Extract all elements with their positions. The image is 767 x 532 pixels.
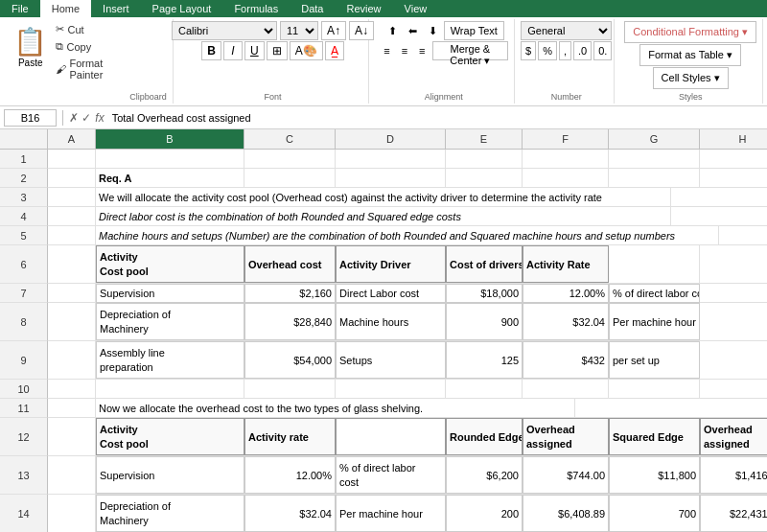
- increase-decimal-button[interactable]: .0: [573, 41, 592, 60]
- cell-f9[interactable]: $432: [523, 341, 609, 379]
- cell-c9[interactable]: $54,000: [244, 341, 336, 379]
- cell-b11[interactable]: Now we allocate the overhead cost to the…: [96, 399, 575, 418]
- cell-a5[interactable]: [48, 226, 96, 245]
- col-header-h[interactable]: H: [700, 129, 767, 149]
- decrease-font-button[interactable]: A↓: [349, 21, 374, 40]
- cell-h9[interactable]: [700, 341, 767, 379]
- cell-a14[interactable]: [48, 495, 96, 532]
- cell-d13[interactable]: % of direct laborcost: [336, 456, 446, 494]
- comma-button[interactable]: ,: [559, 41, 571, 60]
- cell-a4[interactable]: [48, 207, 96, 226]
- font-size-select[interactable]: 11: [280, 21, 318, 40]
- cell-b10[interactable]: [96, 380, 244, 399]
- row-header-8[interactable]: 8: [0, 303, 48, 341]
- row-header-1[interactable]: 1: [0, 150, 48, 169]
- row-header-13[interactable]: 13: [0, 456, 48, 495]
- cell-b4[interactable]: Direct labor cost is the combination of …: [96, 207, 671, 226]
- tab-page-layout[interactable]: Page Layout: [141, 0, 223, 17]
- cell-e12[interactable]: Rounded Edge: [446, 418, 523, 455]
- paste-button[interactable]: 📋 Paste: [10, 21, 51, 73]
- cell-g12[interactable]: Squared Edge: [609, 418, 700, 455]
- cell-d14[interactable]: Per machine hour: [336, 495, 446, 532]
- cell-a3[interactable]: [48, 188, 96, 207]
- cell-e13[interactable]: $6,200: [446, 456, 523, 494]
- row-header-3[interactable]: 3: [0, 188, 48, 207]
- tab-home[interactable]: Home: [40, 0, 91, 17]
- cell-h1[interactable]: [700, 150, 767, 169]
- row-header-5[interactable]: 5: [0, 226, 48, 245]
- cell-b1[interactable]: [96, 150, 244, 169]
- cell-d7[interactable]: Direct Labor cost: [336, 284, 446, 303]
- row-header-12[interactable]: 12: [0, 418, 48, 456]
- cut-button[interactable]: ✂ Cut: [52, 21, 128, 37]
- cell-a8[interactable]: [48, 303, 96, 340]
- cell-e9[interactable]: 125: [446, 341, 523, 379]
- cell-g7[interactable]: % of direct labor cost: [609, 284, 700, 303]
- cell-f10[interactable]: [523, 380, 609, 399]
- row-header-2[interactable]: 2: [0, 169, 48, 188]
- col-header-b[interactable]: B: [96, 129, 244, 149]
- cell-e10[interactable]: [446, 380, 523, 399]
- italic-button[interactable]: I: [223, 41, 243, 60]
- cell-f7[interactable]: 12.00%: [523, 284, 609, 303]
- cell-h7[interactable]: [700, 284, 767, 303]
- cell-b7[interactable]: Supervision: [96, 284, 244, 303]
- cell-b8[interactable]: Depreciation ofMachinery: [96, 303, 244, 340]
- cell-d8[interactable]: Machine hours: [336, 303, 446, 340]
- cell-b12[interactable]: ActivityCost pool: [96, 418, 244, 455]
- cell-h2[interactable]: [700, 169, 767, 188]
- cell-a7[interactable]: [48, 284, 96, 303]
- decrease-decimal-button[interactable]: 0.: [593, 41, 612, 60]
- cell-c14[interactable]: $32.04: [244, 495, 336, 532]
- cell-c2[interactable]: [244, 169, 336, 188]
- font-color-button[interactable]: A̲: [325, 41, 344, 60]
- cell-e8[interactable]: 900: [446, 303, 523, 340]
- cell-d1[interactable]: [336, 150, 446, 169]
- align-bottom-button[interactable]: ⬇: [424, 21, 442, 40]
- cell-c1[interactable]: [244, 150, 336, 169]
- row-header-4[interactable]: 4: [0, 207, 48, 226]
- increase-font-button[interactable]: A↑: [321, 21, 346, 40]
- cell-d10[interactable]: [336, 380, 446, 399]
- cell-f14[interactable]: $6,408.89: [523, 495, 609, 532]
- cell-a2[interactable]: [48, 169, 96, 188]
- cell-reference[interactable]: [4, 109, 57, 127]
- cell-h10[interactable]: [700, 380, 767, 399]
- row-header-10[interactable]: 10: [0, 380, 48, 399]
- cell-g14[interactable]: 700: [609, 495, 700, 532]
- cell-a12[interactable]: [48, 418, 96, 455]
- wrap-text-button[interactable]: Wrap Text: [444, 21, 504, 40]
- underline-button[interactable]: U: [244, 41, 265, 60]
- align-middle-button[interactable]: ⬅: [404, 21, 422, 40]
- cell-e7[interactable]: $18,000: [446, 284, 523, 303]
- tab-view[interactable]: View: [393, 0, 439, 17]
- row-header-6[interactable]: 6: [0, 245, 48, 284]
- col-header-f[interactable]: F: [523, 129, 609, 149]
- cell-c7[interactable]: $2,160: [244, 284, 336, 303]
- cell-e2[interactable]: [446, 169, 523, 188]
- cell-g9[interactable]: per set up: [609, 341, 700, 379]
- border-button[interactable]: ⊞: [267, 41, 288, 60]
- cell-e14[interactable]: 200: [446, 495, 523, 532]
- number-format-select[interactable]: General: [521, 21, 612, 40]
- tab-review[interactable]: Review: [335, 0, 392, 17]
- cell-c13[interactable]: 12.00%: [244, 456, 336, 494]
- cell-f2[interactable]: [523, 169, 609, 188]
- cell-f1[interactable]: [523, 150, 609, 169]
- cell-d9[interactable]: Setups: [336, 341, 446, 379]
- cell-a9[interactable]: [48, 341, 96, 379]
- conditional-formatting-button[interactable]: Conditional Formatting ▾: [624, 21, 756, 43]
- cell-b13[interactable]: Supervision: [96, 456, 244, 494]
- cell-f8[interactable]: $32.04: [523, 303, 609, 340]
- row-header-14[interactable]: 14: [0, 495, 48, 532]
- cell-b14[interactable]: Depreciation ofMachinery: [96, 495, 244, 532]
- tab-file[interactable]: File: [0, 0, 40, 17]
- font-name-select[interactable]: Calibri: [172, 21, 277, 40]
- align-top-button[interactable]: ⬆: [384, 21, 402, 40]
- tab-insert[interactable]: Insert: [91, 0, 141, 17]
- cell-c10[interactable]: [244, 380, 336, 399]
- cell-g13[interactable]: $11,800: [609, 456, 700, 494]
- cell-a11[interactable]: [48, 399, 96, 418]
- align-right-button[interactable]: ≡: [414, 41, 430, 60]
- cell-b9[interactable]: Assembly linepreparation: [96, 341, 244, 379]
